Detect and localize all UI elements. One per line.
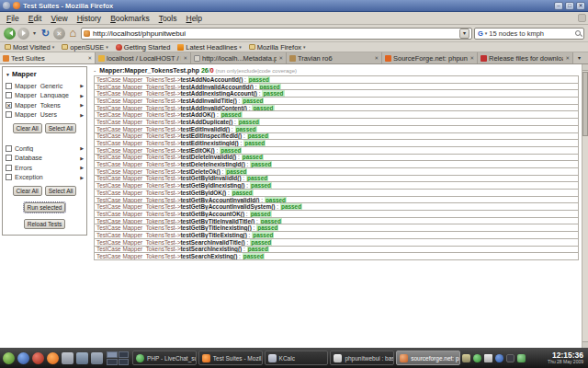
minimize-button[interactable]: – — [554, 2, 563, 10]
action-code-coverage[interactable]: code coverage — [259, 68, 295, 74]
volume-icon[interactable] — [462, 354, 470, 362]
clear-all-button[interactable]: Clear All — [13, 123, 42, 133]
network-icon[interactable] — [495, 354, 503, 362]
menu-help[interactable]: Help — [181, 14, 206, 23]
collapse-toggle[interactable]: - — [94, 67, 96, 74]
suite-item-database[interactable]: Database▶ — [6, 154, 84, 164]
maximize-button[interactable]: □ — [565, 2, 574, 10]
firefox-icon[interactable] — [47, 352, 59, 364]
tab-close-icon[interactable]: ✕ — [278, 55, 283, 61]
scroll-up-icon[interactable] — [582, 64, 588, 71]
checkbox-errors[interactable] — [6, 165, 12, 171]
search-icon[interactable] — [575, 30, 581, 36]
file-manager-icon[interactable] — [62, 352, 74, 364]
search-input[interactable]: 15 nodes to kmph — [489, 29, 573, 38]
search-box[interactable]: G ▾ 15 nodes to kmph — [474, 28, 584, 40]
menu-view[interactable]: View — [46, 14, 72, 23]
pager-desktop-1[interactable] — [107, 351, 118, 358]
menu-tools[interactable]: Tools — [154, 14, 182, 23]
menu-bookmarks[interactable]: Bookmarks — [106, 14, 154, 23]
security-icon[interactable] — [517, 354, 526, 362]
tab-sourceforge-net-phpunit[interactable]: SourceForge.net: phpunit...✕ — [382, 52, 478, 63]
history-dropdown-icon[interactable]: ▾ — [31, 28, 38, 40]
window-menu-icon[interactable] — [3, 2, 10, 9]
scrollbar-thumb[interactable] — [582, 72, 588, 136]
expand-arrow-icon[interactable]: ▶ — [80, 175, 84, 180]
expand-arrow-icon[interactable]: ▶ — [80, 102, 84, 108]
checkbox-mapper-tokens[interactable]: ✕ — [6, 102, 12, 109]
menu-file[interactable]: File — [2, 14, 24, 23]
suite-group-header[interactable]: ▼ Mapper — [6, 70, 84, 78]
bookmark-latest-headlines[interactable]: Latest Headlines▾ — [177, 43, 241, 52]
red-app-icon[interactable] — [32, 352, 44, 364]
window-list-icon[interactable] — [91, 352, 103, 364]
action-run-only[interactable]: run only — [218, 68, 237, 74]
desktop-pager[interactable] — [107, 351, 129, 365]
klipper-icon[interactable] — [484, 354, 492, 362]
home-button[interactable]: ⌂ — [67, 28, 79, 40]
task-button-sourceforge-net-p[interactable]: sourceforge.net: p... — [396, 351, 460, 365]
suite-item-config[interactable]: Config▶ — [6, 144, 84, 154]
checkbox-database[interactable] — [6, 155, 12, 161]
task-button-phpunitwebui-bash[interactable]: phpunitwebui : bash — [330, 351, 394, 365]
suite-item-mapper-tokens[interactable]: ✕Mapper_Tokens▶ — [6, 100, 84, 110]
tab-test-suites[interactable]: Test Suites✕ — [0, 52, 96, 63]
dark-app-icon[interactable] — [506, 354, 514, 362]
bookmark-getting-started[interactable]: Getting Started — [116, 43, 170, 52]
tab-release-files-for-download[interactable]: Release files for download ...✕ — [478, 52, 573, 63]
vertical-scrollbar[interactable] — [582, 64, 588, 348]
tab-close-icon[interactable]: ✕ — [469, 55, 474, 61]
task-button-test-suites-mozil[interactable]: Test Suites - Mozil... — [198, 351, 263, 365]
suite-item-errors[interactable]: Errors▶ — [6, 163, 84, 173]
pager-desktop-4[interactable] — [119, 359, 130, 365]
url-text[interactable]: http://localhost/phpunitwebui — [93, 29, 457, 38]
tab-overflow-dropdown-icon[interactable]: ▾ — [573, 52, 585, 63]
tab-close-icon[interactable]: ✕ — [183, 55, 187, 61]
checkbox-mapper-language[interactable] — [6, 92, 12, 98]
search-engine-dropdown-icon[interactable]: ▾ — [485, 30, 488, 36]
stop-button[interactable]: ✕ — [53, 28, 65, 40]
checkbox-mapper-generic[interactable] — [6, 83, 12, 89]
suse-menu-icon[interactable] — [3, 352, 15, 364]
suite-item-mapper-generic[interactable]: Mapper_Generic▶ — [6, 81, 84, 91]
collapse-triangle-icon[interactable]: ▼ — [6, 72, 10, 77]
url-dropdown-icon[interactable]: ▾ — [459, 29, 469, 39]
select-all-button[interactable]: Select All — [45, 123, 77, 133]
expand-arrow-icon[interactable]: ▶ — [80, 83, 84, 88]
pager-desktop-3[interactable] — [107, 359, 118, 365]
task-button-php-livechat-su[interactable]: PHP - LiveChat_su — [132, 351, 197, 365]
suite-item-mapper-users[interactable]: Mapper_Users▶ — [6, 110, 84, 121]
tab-localhost-localhost-liv[interactable]: localhost / LocalHOST / liv...✕ — [96, 52, 191, 63]
search-engine-icon[interactable]: G — [478, 29, 483, 38]
back-button[interactable] — [4, 28, 16, 40]
suite-item-exception[interactable]: Exception▶ — [6, 173, 84, 183]
address-bar[interactable]: http://localhost/phpunitwebui ▾ — [81, 28, 472, 40]
desktop-icon[interactable] — [76, 352, 88, 364]
suite-item-mapper-language[interactable]: Mapper_Language▶ — [6, 91, 84, 101]
bookmark-opensuse[interactable]: openSUSE▾ — [62, 43, 108, 52]
checkbox-config[interactable] — [6, 145, 12, 152]
forward-button[interactable] — [17, 28, 29, 40]
clear-all-button-2[interactable]: Clear All — [13, 186, 42, 196]
menu-history[interactable]: History — [73, 14, 106, 23]
bookmark-most-visited[interactable]: Most Visited▾ — [5, 43, 54, 52]
expand-arrow-icon[interactable]: ▶ — [80, 112, 84, 118]
tab-close-icon[interactable]: ✕ — [374, 55, 379, 61]
action-exclude[interactable]: exclude — [238, 68, 257, 74]
menu-edit[interactable]: Edit — [24, 14, 47, 23]
expand-arrow-icon[interactable]: ▶ — [80, 145, 84, 151]
clock[interactable]: 12:15:36 Thu 28 May 2009 — [530, 351, 583, 365]
run-selected-button[interactable]: Run selected — [24, 202, 66, 213]
expand-arrow-icon[interactable]: ▶ — [80, 93, 84, 98]
pager-desktop-2[interactable] — [119, 351, 130, 358]
tab-travian-ro6[interactable]: Travian ro6✕ — [287, 52, 382, 63]
expand-arrow-icon[interactable]: ▶ — [80, 165, 84, 170]
expand-arrow-icon[interactable]: ▶ — [80, 155, 84, 161]
tab-http-localh-metadata-php[interactable]: http://localh...Metadata.php✕ — [191, 52, 287, 63]
bookmark-mozilla-firefox[interactable]: Mozilla Firefox▾ — [249, 43, 306, 52]
scroll-down-icon[interactable] — [582, 341, 588, 348]
close-button[interactable]: ✕ — [576, 2, 585, 10]
checkbox-exception[interactable] — [6, 174, 12, 180]
select-all-button-2[interactable]: Select All — [45, 186, 77, 196]
reload-button[interactable]: ↻ — [40, 28, 51, 40]
